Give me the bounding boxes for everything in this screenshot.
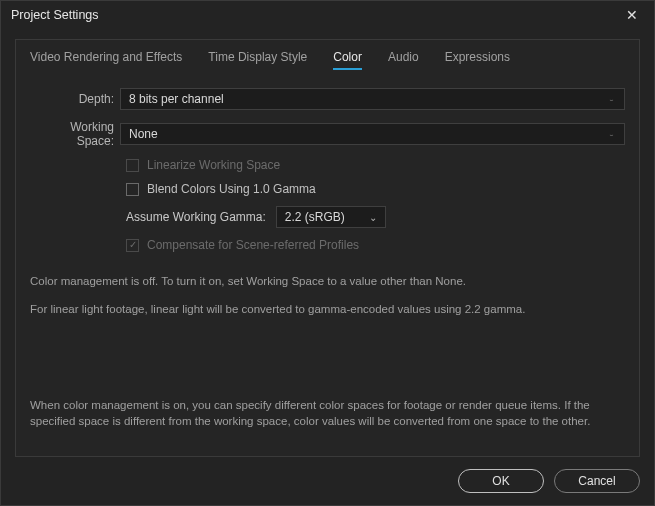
tab-audio[interactable]: Audio	[388, 50, 419, 70]
dialog-title: Project Settings	[11, 8, 99, 22]
project-settings-dialog: Project Settings ✕ Video Rendering and E…	[0, 0, 655, 506]
chevron-down-icon: ⌄	[369, 212, 377, 223]
content-panel: Video Rendering and Effects Time Display…	[15, 39, 640, 457]
working-space-value: None	[129, 127, 158, 141]
chevron-down-icon: ⌄	[608, 96, 616, 102]
assume-gamma-label: Assume Working Gamma:	[126, 210, 266, 224]
tab-color[interactable]: Color	[333, 50, 362, 70]
info-text-bottom: When color management is on, you can spe…	[30, 397, 601, 430]
info-text-2: For linear light footage, linear light w…	[30, 300, 625, 318]
depth-select[interactable]: 8 bits per channel ⌄	[120, 88, 625, 110]
blend-checkbox[interactable]	[126, 183, 139, 196]
assume-gamma-select[interactable]: 2.2 (sRGB) ⌄	[276, 206, 386, 228]
info-text-1: Color management is off. To turn it on, …	[30, 272, 625, 290]
tab-expressions[interactable]: Expressions	[445, 50, 510, 70]
compensate-checkbox-row: ✓ Compensate for Scene-referred Profiles	[126, 238, 625, 252]
tab-time-display[interactable]: Time Display Style	[208, 50, 307, 70]
working-space-row: Working Space: None ⌄	[30, 120, 625, 148]
chevron-down-icon: ⌄	[608, 131, 616, 137]
assume-gamma-value: 2.2 (sRGB)	[285, 210, 345, 224]
linearize-checkbox	[126, 159, 139, 172]
assume-gamma-row: Assume Working Gamma: 2.2 (sRGB) ⌄	[126, 206, 625, 228]
depth-label: Depth:	[30, 92, 120, 106]
blend-checkbox-row[interactable]: Blend Colors Using 1.0 Gamma	[126, 182, 625, 196]
depth-value: 8 bits per channel	[129, 92, 224, 106]
blend-label: Blend Colors Using 1.0 Gamma	[147, 182, 316, 196]
working-space-select[interactable]: None ⌄	[120, 123, 625, 145]
tabs: Video Rendering and Effects Time Display…	[30, 50, 625, 70]
footer: OK Cancel	[15, 457, 640, 493]
ok-button[interactable]: OK	[458, 469, 544, 493]
compensate-label: Compensate for Scene-referred Profiles	[147, 238, 359, 252]
tab-video-rendering[interactable]: Video Rendering and Effects	[30, 50, 182, 70]
depth-row: Depth: 8 bits per channel ⌄	[30, 88, 625, 110]
linearize-label: Linearize Working Space	[147, 158, 280, 172]
working-space-label: Working Space:	[30, 120, 120, 148]
linearize-checkbox-row: Linearize Working Space	[126, 158, 625, 172]
cancel-button[interactable]: Cancel	[554, 469, 640, 493]
compensate-checkbox: ✓	[126, 239, 139, 252]
titlebar: Project Settings ✕	[1, 1, 654, 29]
close-icon[interactable]: ✕	[620, 5, 644, 25]
